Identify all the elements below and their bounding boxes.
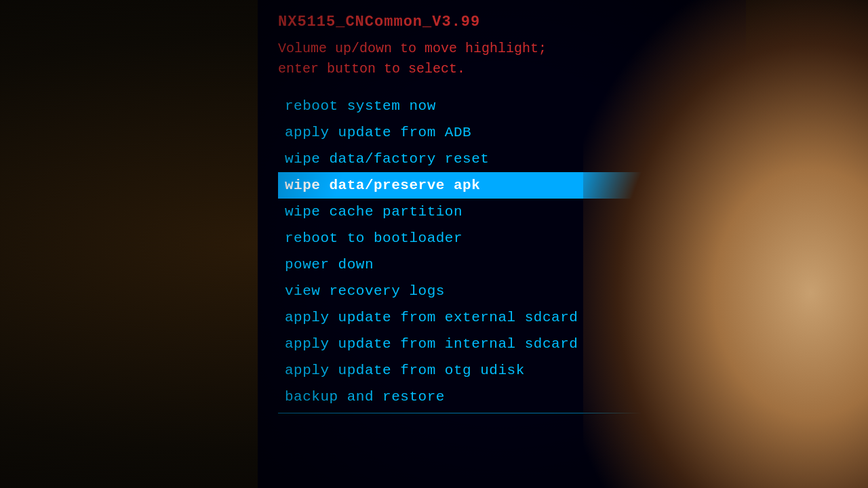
phone-screen: NX5115_CNCommon_V3.99 Volume up/down to … <box>258 0 746 488</box>
menu-item-apply-otg[interactable]: apply update from otg udisk <box>278 357 726 384</box>
recovery-menu: reboot system nowapply update from ADBwi… <box>278 93 726 410</box>
menu-item-reboot-system[interactable]: reboot system now <box>278 93 726 119</box>
menu-item-view-logs[interactable]: view recovery logs <box>278 278 726 304</box>
menu-item-backup-restore[interactable]: backup and restore <box>278 384 726 410</box>
menu-item-apply-external[interactable]: apply update from external sdcard <box>278 304 726 331</box>
menu-divider <box>278 413 726 413</box>
menu-item-reboot-bootloader[interactable]: reboot to bootloader <box>278 225 726 251</box>
phone-device: NX5115_CNCommon_V3.99 Volume up/down to … <box>190 0 678 488</box>
menu-item-apply-adb[interactable]: apply update from ADB <box>278 119 726 146</box>
version-text: NX5115_CNCommon_V3.99 <box>278 14 726 30</box>
scene: NX5115_CNCommon_V3.99 Volume up/down to … <box>0 0 868 488</box>
menu-item-apply-internal[interactable]: apply update from internal sdcard <box>278 331 726 357</box>
instruction-line2: enter button to select. <box>278 59 726 79</box>
screen-content: NX5115_CNCommon_V3.99 Volume up/down to … <box>258 0 746 488</box>
menu-item-power-down[interactable]: power down <box>278 251 726 278</box>
menu-item-wipe-factory[interactable]: wipe data/factory reset <box>278 146 726 172</box>
instruction-line1: Volume up/down to move highlight; <box>278 39 726 59</box>
instructions: Volume up/down to move highlight; enter … <box>278 39 726 79</box>
menu-item-wipe-cache[interactable]: wipe cache partition <box>278 199 726 225</box>
menu-item-wipe-preserve[interactable]: wipe data/preserve apk <box>278 172 726 199</box>
